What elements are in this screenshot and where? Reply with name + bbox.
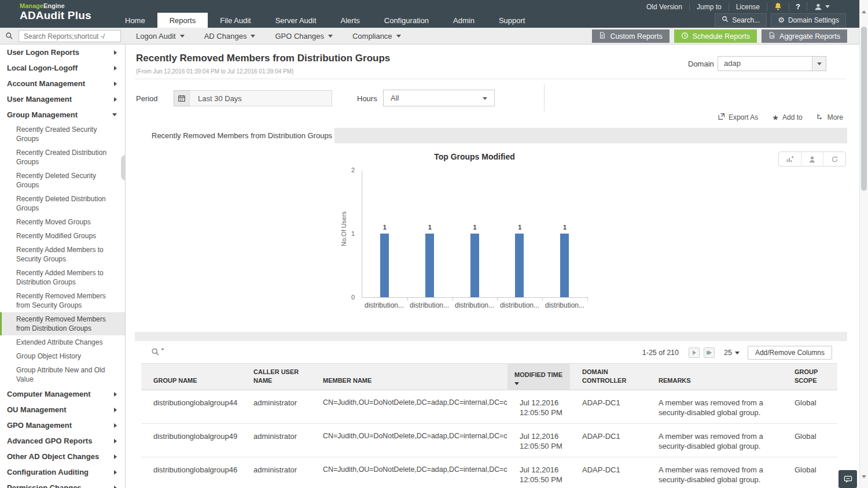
sidebar-item-recently-created-distribution-groups[interactable]: Recently Created Distribution Groups [0, 146, 125, 169]
page-size-select[interactable]: 25 [724, 349, 740, 357]
utility-link-old-version[interactable]: Old Version [639, 3, 690, 11]
add-to-button[interactable]: ★ Add to [772, 113, 802, 121]
sidebar-section-computer-management[interactable]: Computer Management [0, 386, 125, 402]
scrollbar-thumb[interactable] [861, 27, 867, 191]
domain-settings-label: Domain Settings [788, 16, 839, 24]
page-size-value: 25 [724, 349, 732, 357]
sidebar-item-recently-removed-members-from-security-groups[interactable]: Recently Removed Members from Security G… [0, 289, 125, 312]
sidebar-section-other-ad-object-changes[interactable]: Other AD Object Changes [0, 449, 125, 464]
column-header-domain-controller[interactable]: DOMAIN CONTROLLER [570, 364, 646, 390]
cell-remarks: A member was removed from a security-dis… [646, 457, 782, 488]
sidebar-section-user-logon-reports[interactable]: User Logon Reports [0, 45, 125, 60]
utility-link-license[interactable]: License [729, 3, 767, 11]
table-row[interactable]: distributionglobalgroup46administratorCN… [141, 457, 837, 488]
column-header-remarks[interactable]: REMARKS [646, 364, 782, 390]
chevron-down-icon [328, 35, 333, 38]
sidebar-item-group-object-history[interactable]: Group Object History [0, 349, 125, 363]
menu-ad-changes[interactable]: AD Changes [194, 28, 266, 44]
domain-settings-button[interactable]: ⚙ Domain Settings [771, 13, 846, 27]
cell-member-name: CN=Judith,OU=DoNotDelete,DC=adap,DC=inte… [311, 424, 507, 457]
user-menu[interactable] [807, 2, 836, 12]
sidebar-section-user-management[interactable]: User Management [0, 91, 125, 107]
scroll-up-icon[interactable] [862, 10, 866, 13]
nav-tab-server-audit[interactable]: Server Audit [263, 13, 329, 28]
column-header-group-scope[interactable]: GROUP SCOPE [782, 364, 837, 390]
page-scrollbar[interactable] [859, 0, 868, 488]
custom-reports-button[interactable]: Custom Reports [592, 29, 669, 43]
column-header-caller-user-name[interactable]: CALLER USER NAME [241, 364, 311, 390]
manageengine-logo[interactable]: ManageEngine ADAudit Plus [20, 2, 91, 22]
sidebar-item-recently-added-members-to-security-groups[interactable]: Recently Added Members to Security Group… [0, 243, 125, 266]
sidebar-item-recently-moved-groups[interactable]: Recently Moved Groups [0, 215, 125, 229]
search-icon[interactable] [5, 32, 13, 42]
sidebar-item-recently-removed-members-from-distribution-groups[interactable]: Recently Removed Members from Distributi… [0, 312, 125, 335]
table-row[interactable]: distributionglobalgroup44administratorCN… [141, 390, 837, 424]
period-input[interactable] [189, 90, 332, 106]
sidebar-item-group-attribute-new-and-old-value[interactable]: Group Attribute New and Old Value [0, 363, 125, 386]
menu-logon-audit[interactable]: Logon Audit [126, 28, 194, 44]
nav-tab-admin[interactable]: Admin [441, 13, 487, 28]
chevron-down-icon [251, 35, 255, 38]
chat-button[interactable] [838, 470, 857, 488]
add-remove-columns-button[interactable]: Add/Remove Columns [748, 346, 832, 360]
sidebar-section-configuration-auditing[interactable]: Configuration Auditing [0, 464, 125, 480]
export-as-button[interactable]: Export As [718, 113, 758, 122]
table-search-icon[interactable] [151, 347, 165, 356]
table-row[interactable]: distributionglobalgroup49administratorCN… [141, 424, 837, 457]
bar[interactable] [515, 234, 524, 297]
help-icon[interactable]: ? [789, 2, 807, 11]
nav-tab-alerts[interactable]: Alerts [329, 13, 372, 28]
refresh-chart-icon[interactable] [823, 152, 845, 166]
user-based-report-icon[interactable] [801, 152, 823, 166]
nav-tab-reports[interactable]: Reports [157, 13, 208, 28]
chevron-down-icon [161, 349, 164, 351]
column-header-modified-time[interactable]: MODIFIED TIME [507, 364, 570, 390]
bar[interactable] [470, 234, 479, 297]
column-header-member-name[interactable]: MEMBER NAME [311, 364, 507, 390]
report-search-input[interactable] [19, 30, 121, 42]
chevron-right-icon [114, 439, 117, 443]
aggregate-reports-button[interactable]: Aggregate Reports [762, 29, 847, 43]
sidebar-section-ou-management[interactable]: OU Management [0, 402, 125, 417]
sidebar-section-advanced-gpo-reports[interactable]: Advanced GPO Reports [0, 433, 125, 449]
nav-tab-configuration[interactable]: Configuration [372, 13, 441, 28]
calendar-icon[interactable] [174, 90, 190, 106]
menu-compliance[interactable]: Compliance [343, 28, 411, 44]
more-button[interactable]: More [816, 113, 843, 122]
y-tick-2: 2 [351, 167, 355, 173]
sidebar-section-local-logon-logoff[interactable]: Local Logon-Logoff [0, 60, 125, 76]
utility-link-jump-to[interactable]: Jump to [690, 3, 729, 11]
nav-tab-home[interactable]: Home [113, 13, 157, 28]
sidebar-item-recently-created-security-groups[interactable]: Recently Created Security Groups [0, 123, 125, 146]
sidebar-collapse-handle[interactable] [121, 155, 126, 180]
sidebar-section-gpo-management[interactable]: GPO Management [0, 417, 125, 433]
sidebar-item-extended-attribute-changes[interactable]: Extended Attribute Changes [0, 335, 125, 349]
global-search-button[interactable]: Search... [715, 13, 767, 27]
sidebar-item-recently-deleted-security-groups[interactable]: Recently Deleted Security Groups [0, 169, 125, 192]
add-chart-icon[interactable] [779, 152, 801, 166]
nav-tab-support[interactable]: Support [487, 13, 538, 28]
menu-gpo-changes[interactable]: GPO Changes [265, 28, 343, 44]
chart-toolbar [778, 151, 846, 167]
bar[interactable] [380, 234, 389, 297]
main-content: Recently Removed Members from Distributi… [126, 45, 859, 488]
notification-bell-icon[interactable] [767, 2, 789, 11]
column-header-group-name[interactable]: GROUP NAME [141, 364, 241, 390]
sidebar-section-group-management[interactable]: Group Management [0, 107, 125, 123]
sidebar-item-recently-modified-groups[interactable]: Recently Modified Groups [0, 229, 125, 243]
last-page-button[interactable] [704, 347, 715, 358]
schedule-reports-button[interactable]: Schedule Reports [674, 29, 757, 43]
scroll-down-icon[interactable] [862, 475, 866, 478]
sidebar-item-recently-added-members-to-distribution-groups[interactable]: Recently Added Members to Distribution G… [0, 266, 125, 289]
domain-select[interactable]: adap [718, 56, 826, 71]
hours-select[interactable]: All [383, 90, 495, 106]
bar[interactable] [425, 234, 434, 297]
sidebar-section-account-management[interactable]: Account Management [0, 76, 125, 91]
sidebar-item-recently-deleted-distribution-groups[interactable]: Recently Deleted Distribution Groups [0, 192, 125, 215]
nav-tab-file-audit[interactable]: File Audit [208, 13, 263, 28]
tab-recently-removed-members[interactable]: Recently Removed Members from Distributi… [141, 128, 334, 143]
bar[interactable] [560, 234, 569, 297]
sidebar-section-permission-changes[interactable]: Permission Changes [0, 480, 125, 488]
next-page-button[interactable] [689, 347, 700, 358]
chevron-down-icon[interactable] [812, 57, 826, 71]
